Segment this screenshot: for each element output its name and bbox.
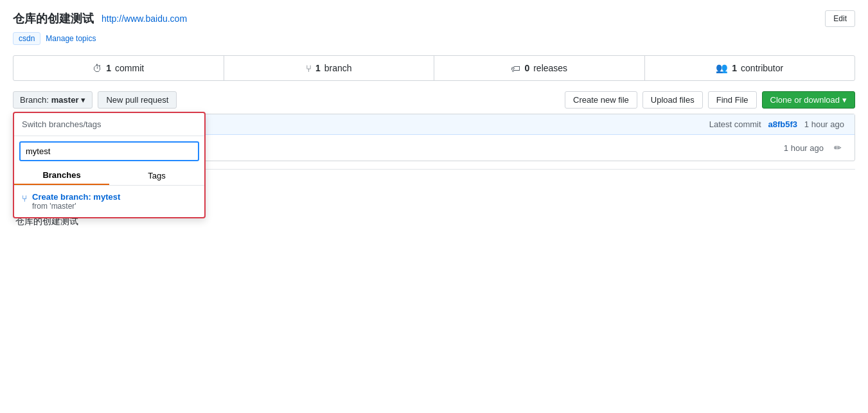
contributors-label: contributor	[741, 63, 783, 73]
pencil-icon[interactable]: ✏	[831, 140, 844, 155]
branches-label: branch	[324, 63, 352, 73]
file-row-right: 1 hour ago ✏	[784, 140, 844, 155]
repo-header: 仓库的创建测试 http://www.baidu.com Edit	[13, 10, 855, 27]
dropdown-header: Switch branches/tags	[14, 113, 204, 136]
repo-url-link[interactable]: http://www.baidu.com	[102, 13, 187, 24]
new-pull-request-button[interactable]: New pull request	[98, 91, 177, 109]
stat-branches[interactable]: ⑂ 1 branch	[224, 56, 435, 80]
branch-dropdown-panel: Switch branches/tags Branches Tags ⑂ Cre…	[13, 112, 206, 218]
dropdown-tabs: Branches Tags	[14, 166, 204, 186]
contributors-icon: 👥	[716, 62, 728, 74]
tab-tags[interactable]: Tags	[109, 166, 204, 185]
branches-count: 1	[315, 63, 321, 73]
stats-bar: ⏱ 1 commit ⑂ 1 branch 🏷 0 releases 👥 1 c…	[13, 55, 855, 81]
chevron-down-icon-clone: ▾	[842, 95, 847, 105]
tab-branches[interactable]: Branches	[14, 166, 109, 185]
releases-count: 0	[524, 63, 529, 73]
branch-search-input[interactable]	[19, 141, 199, 161]
upload-files-button[interactable]: Upload files	[642, 91, 703, 109]
chevron-down-icon: ▾	[81, 95, 85, 105]
branch-name: master	[51, 95, 79, 105]
toolbar-left: Branch: master ▾ New pull request	[13, 91, 177, 109]
find-file-button[interactable]: Find File	[708, 91, 757, 109]
stat-contributors[interactable]: 👥 1 contributor	[645, 56, 855, 80]
repo-name: 仓库的创建测试	[13, 11, 94, 26]
commits-count: 1	[106, 63, 111, 73]
latest-commit-prefix: Latest commit	[709, 119, 761, 129]
releases-label: releases	[533, 63, 567, 73]
create-branch-icon: ⑂	[22, 193, 27, 204]
repo-title-group: 仓库的创建测试 http://www.baidu.com	[13, 11, 187, 26]
commit-time: 1 hour ago	[804, 119, 844, 129]
create-new-file-button[interactable]: Create new file	[565, 91, 637, 109]
create-branch-item[interactable]: ⑂ Create branch: mytest from 'master'	[14, 186, 204, 217]
file-time: 1 hour ago	[784, 143, 824, 153]
manage-topics-link[interactable]: Manage topics	[46, 34, 96, 43]
commit-icon: ⏱	[93, 63, 102, 74]
tag-icon: 🏷	[511, 63, 520, 74]
create-branch-strong: Create branch: mytest	[32, 192, 120, 202]
clone-or-download-button[interactable]: Clone or download ▾	[762, 91, 855, 109]
branch-label: Branch:	[20, 95, 49, 105]
branch-icon: ⑂	[306, 63, 312, 74]
create-branch-info: Create branch: mytest from 'master'	[32, 192, 120, 211]
contributors-count: 1	[732, 63, 737, 73]
toolbar: Branch: master ▾ New pull request Create…	[13, 91, 855, 109]
commit-hash[interactable]: a8fb5f3	[768, 119, 797, 129]
topic-tag-csdn[interactable]: csdn	[13, 32, 40, 45]
dropdown-search-area	[14, 136, 204, 166]
topics-row: csdn Manage topics	[13, 32, 855, 45]
commit-info: Latest commit a8fb5f3 1 hour ago	[709, 119, 844, 129]
edit-button[interactable]: Edit	[825, 10, 855, 27]
stat-releases[interactable]: 🏷 0 releases	[434, 56, 645, 80]
branch-selector-button[interactable]: Branch: master ▾	[13, 91, 93, 109]
commits-label: commit	[115, 63, 144, 73]
stat-commits[interactable]: ⏱ 1 commit	[13, 56, 224, 80]
clone-button-label: Clone or download	[770, 95, 840, 105]
create-branch-from: from 'master'	[32, 202, 120, 211]
create-branch-label: Create branch: mytest	[32, 192, 120, 202]
toolbar-right: Create new file Upload files Find File C…	[565, 91, 855, 109]
